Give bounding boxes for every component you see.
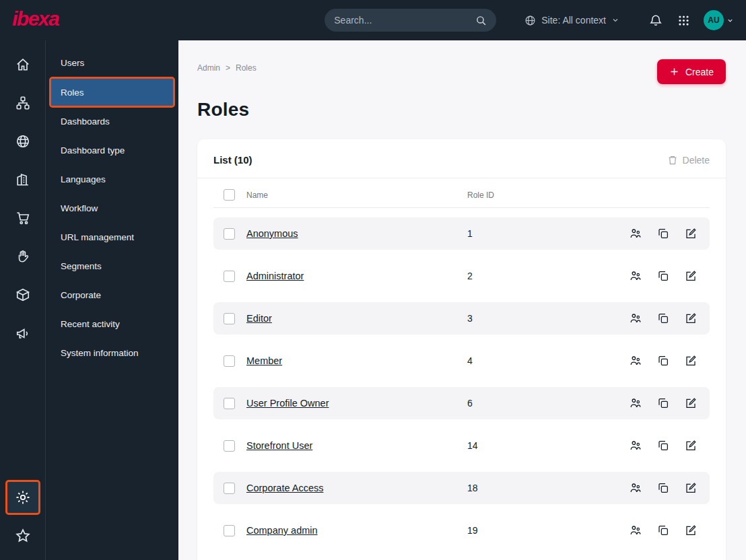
assign-users-button[interactable]	[630, 440, 642, 452]
row-actions	[630, 440, 700, 452]
chevron-down-icon	[611, 16, 619, 24]
nav-catalog-button[interactable]	[9, 281, 36, 308]
table-row: Editor 3	[213, 302, 710, 335]
breadcrumb-roles[interactable]: Roles	[236, 63, 257, 73]
copy-role-button[interactable]	[657, 228, 669, 240]
edit-icon	[685, 228, 697, 240]
sidebar-item-label: Corporate	[61, 290, 101, 300]
row-checkbox[interactable]	[224, 483, 235, 494]
edit-icon	[685, 524, 697, 536]
row-checkbox[interactable]	[224, 271, 235, 282]
assign-users-icon	[630, 524, 642, 536]
search-box[interactable]	[325, 9, 496, 32]
sidebar-menu-item[interactable]: URL management	[46, 223, 178, 252]
row-checkbox[interactable]	[224, 313, 235, 324]
assign-users-icon	[630, 270, 642, 282]
assign-users-button[interactable]	[630, 312, 642, 324]
assign-users-button[interactable]	[630, 228, 642, 240]
nav-dashboard-button[interactable]	[9, 51, 36, 78]
role-id-value: 2	[467, 271, 630, 281]
copy-role-button[interactable]	[657, 312, 669, 324]
copy-role-button[interactable]	[657, 355, 669, 367]
role-name-link[interactable]: Storefront User	[246, 440, 312, 451]
notifications-button[interactable]	[648, 12, 664, 28]
copy-role-button[interactable]	[657, 524, 669, 536]
edit-role-button[interactable]	[685, 355, 697, 367]
assign-users-button[interactable]	[630, 355, 642, 367]
row-checkbox[interactable]	[224, 440, 235, 452]
plus-icon	[669, 67, 679, 77]
role-name-link[interactable]: Company admin	[246, 525, 318, 536]
role-name-link[interactable]: Administrator	[246, 271, 304, 281]
row-checkbox[interactable]	[224, 525, 235, 536]
sidebar-menu-item[interactable]: Languages	[46, 165, 178, 194]
nav-company-button[interactable]	[9, 166, 36, 193]
user-menu[interactable]: AU	[704, 10, 734, 30]
edit-role-button[interactable]	[685, 524, 697, 536]
copy-role-button[interactable]	[657, 440, 669, 452]
home-icon	[15, 57, 30, 72]
sidebar-menu-item[interactable]: Roles	[51, 79, 173, 106]
sidebar-menu-item[interactable]: Workflow	[46, 194, 178, 223]
copy-icon	[657, 312, 669, 324]
ibexa-logo[interactable]: ibexa	[12, 9, 59, 29]
copy-role-button[interactable]	[657, 397, 669, 409]
icon-rail	[0, 40, 46, 560]
nav-commerce-button[interactable]	[9, 205, 36, 232]
page-title: Roles	[197, 99, 726, 120]
sidebar-item-label: Languages	[61, 174, 106, 184]
delete-button-label: Delete	[683, 155, 710, 166]
sidebar-menu-item[interactable]: Dashboards	[46, 107, 178, 136]
sidebar-menu-item[interactable]: Users	[46, 48, 178, 77]
site-context-selector[interactable]: Site: All context	[524, 15, 619, 26]
sidebar-menu-item[interactable]: Corporate	[46, 281, 178, 310]
assign-users-button[interactable]	[630, 482, 642, 494]
assign-users-button[interactable]	[630, 397, 642, 409]
sidebar-menu-item[interactable]: System information	[46, 339, 178, 368]
column-header-name: Name	[246, 190, 467, 200]
sidebar-menu-item[interactable]: Recent activity	[46, 310, 178, 339]
row-checkbox[interactable]	[224, 398, 235, 409]
role-name-link[interactable]: Member	[246, 355, 282, 366]
role-name-link[interactable]: Anonymous	[246, 228, 298, 239]
hand-icon	[15, 249, 30, 264]
star-icon	[15, 528, 31, 544]
create-button[interactable]: Create	[657, 59, 726, 84]
table-body: Anonymous 1	[213, 217, 710, 547]
edit-role-button[interactable]	[685, 397, 697, 409]
assign-users-button[interactable]	[630, 524, 642, 536]
edit-role-button[interactable]	[685, 270, 697, 282]
admin-settings-button[interactable]	[7, 482, 38, 513]
sidebar-menu-item[interactable]: Dashboard type	[46, 136, 178, 165]
breadcrumb-admin[interactable]: Admin	[197, 63, 220, 73]
row-checkbox[interactable]	[224, 355, 235, 367]
edit-role-button[interactable]	[685, 440, 697, 452]
row-checkbox[interactable]	[224, 228, 235, 240]
nav-permissions-button[interactable]	[9, 243, 36, 270]
row-actions	[630, 228, 700, 240]
copy-role-button[interactable]	[657, 482, 669, 494]
delete-button[interactable]: Delete	[667, 155, 710, 166]
bookmarks-button[interactable]	[9, 522, 36, 549]
nav-site-button[interactable]	[9, 128, 36, 155]
search-input[interactable]	[334, 15, 470, 26]
assign-users-button[interactable]	[630, 270, 642, 282]
sidebar-item-label: System information	[61, 348, 139, 358]
select-all-checkbox[interactable]	[224, 189, 235, 201]
role-id-value: 3	[467, 313, 630, 324]
edit-icon	[685, 312, 697, 324]
nav-content-button[interactable]	[9, 90, 36, 116]
sidebar-menu-item[interactable]: Segments	[46, 252, 178, 281]
sidebar-menu: Users Roles Dashboards Dashboard type La…	[46, 40, 178, 560]
apps-grid-button[interactable]	[676, 13, 691, 28]
edit-role-button[interactable]	[685, 312, 697, 324]
copy-role-button[interactable]	[657, 270, 669, 282]
avatar: AU	[704, 10, 724, 30]
edit-role-button[interactable]	[685, 228, 697, 240]
nav-marketing-button[interactable]	[9, 320, 36, 347]
role-name-link[interactable]: User Profile Owner	[246, 398, 329, 409]
role-name-link[interactable]: Corporate Access	[246, 483, 323, 493]
bell-icon	[649, 13, 663, 27]
role-name-link[interactable]: Editor	[246, 313, 272, 324]
edit-role-button[interactable]	[685, 482, 697, 494]
